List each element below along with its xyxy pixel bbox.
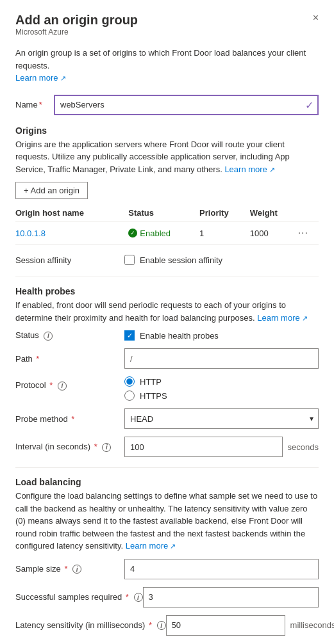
session-affinity-label: Session affinity [15,255,124,265]
origins-title: Origins [15,125,319,136]
enable-health-probes-checkbox[interactable]: ✓ [124,330,135,341]
probe-method-row: Probe method * HEAD GET ▾ [15,408,319,429]
panel-title: Add an origin group [15,13,138,28]
origins-description: Origins are the application servers wher… [15,138,319,176]
load-balancing-learn-more-link[interactable]: Learn more [126,541,176,551]
interval-label: Interval (in seconds) * i [15,442,124,452]
latency-input[interactable] [166,615,285,636]
intro-learn-more-link[interactable]: Learn more [15,73,66,83]
successful-samples-info-icon[interactable]: i [134,593,143,602]
protocol-https-radio[interactable] [124,390,135,401]
intro-description: An origin group is a set of origins to w… [15,47,319,85]
name-check-icon: ✓ [305,99,313,111]
col-weight: Weight [250,205,298,222]
probe-method-label: Probe method * [15,414,124,424]
name-label: Name* [15,100,54,109]
col-actions [298,205,319,222]
row-actions-button[interactable]: ··· [298,227,308,239]
protocol-http-radio[interactable] [124,376,135,387]
load-balancing-description: Configure the load balancing settings to… [15,490,319,552]
add-origin-group-panel: Add an origin group Microsoft Azure × An… [0,0,334,644]
protocol-http-row: HTTP [124,376,167,387]
health-protocol-label: Protocol * i [15,376,124,390]
protocol-http-label: HTTP [140,377,162,387]
origin-status-cell: ✓ Enabled [128,222,199,245]
health-path-label: Path * [15,354,124,364]
health-status-label: Status i [15,330,124,341]
health-probes-description: If enabled, front door will send periodi… [15,299,319,324]
status-label: Enabled [140,229,171,238]
sample-size-label: Sample size * i [15,564,124,574]
name-input[interactable] [54,95,319,115]
protocol-https-row: HTTPS [124,390,167,401]
origins-learn-more-link[interactable]: Learn more [224,165,275,174]
panel-subtitle: Microsoft Azure [15,28,138,36]
interval-info-icon[interactable]: i [102,443,111,452]
interval-input-group: seconds [124,437,319,457]
status-info-icon[interactable]: i [44,332,53,341]
origin-weight-cell: 1000 [250,222,298,245]
latency-label: Latency sensitivity (in milliseconds) * … [15,620,166,631]
health-protocol-row: Protocol * i HTTP HTTPS [15,376,319,401]
status-check-icon: ✓ [128,229,137,237]
add-origin-button[interactable]: + Add an origin [15,182,88,199]
col-origin-host: Origin host name [15,205,128,222]
latency-input-group: milliseconds [166,615,334,636]
origin-host-cell[interactable]: 10.0.1.8 [15,222,128,245]
interval-suffix: seconds [288,442,319,452]
origin-priority-cell: 1 [199,222,250,245]
latency-info-icon[interactable]: i [157,621,166,630]
load-balancing-section: Load balancing Configure the load balanc… [15,477,319,636]
successful-samples-label: Successful samples required * i [15,592,143,602]
health-probes-learn-more-link[interactable]: Learn more [257,313,308,323]
enable-health-probes-row: ✓ Enable health probes [124,330,219,341]
health-probes-section: Health probes If enabled, front door wil… [15,286,319,457]
health-probes-title: Health probes [15,286,319,296]
protocol-https-label: HTTPS [140,391,167,401]
panel-header: Add an origin group Microsoft Azure × [15,13,319,45]
probe-method-select[interactable]: HEAD GET [124,408,319,429]
interval-row: Interval (in seconds) * i seconds [15,437,319,457]
status-enabled: ✓ Enabled [128,229,197,238]
col-priority: Priority [199,205,250,222]
health-path-input[interactable] [124,348,319,369]
latency-suffix: milliseconds [290,620,334,630]
col-status: Status [128,205,199,222]
sample-size-input[interactable] [124,559,319,579]
load-balancing-title: Load balancing [15,477,319,487]
intro-section: An origin group is a set of origins to w… [15,47,319,85]
session-affinity-checkbox-row: Enable session affinity [124,255,222,265]
origin-actions-cell: ··· [298,222,319,245]
name-input-wrapper: ✓ [54,95,319,115]
close-button[interactable]: × [313,13,319,23]
enable-health-probes-label: Enable health probes [140,331,219,341]
table-row: 10.0.1.8 ✓ Enabled 1 1000 ··· [15,222,319,245]
probe-method-select-wrapper: HEAD GET ▾ [124,408,319,429]
health-path-row: Path * [15,348,319,369]
protocol-info-icon[interactable]: i [58,382,67,390]
session-affinity-checkbox-label: Enable session affinity [140,255,222,265]
protocol-radio-group: HTTP HTTPS [124,376,167,401]
health-status-row: Status i ✓ Enable health probes [15,330,319,341]
origins-section: Origins Origins are the application serv… [15,125,319,245]
origins-table: Origin host name Status Priority Weight … [15,205,319,245]
table-header-row: Origin host name Status Priority Weight [15,205,319,222]
successful-samples-input[interactable] [143,587,319,608]
sample-size-row: Sample size * i [15,559,319,579]
session-affinity-row: Session affinity Enable session affinity [15,255,319,265]
sample-size-info-icon[interactable]: i [72,565,81,574]
divider-1 [15,277,319,277]
divider-2 [15,467,319,468]
interval-input[interactable] [124,437,283,457]
successful-samples-row: Successful samples required * i [15,587,319,608]
session-affinity-checkbox[interactable] [124,255,135,265]
name-field-row: Name* ✓ [15,95,319,115]
latency-row: Latency sensitivity (in milliseconds) * … [15,615,319,636]
